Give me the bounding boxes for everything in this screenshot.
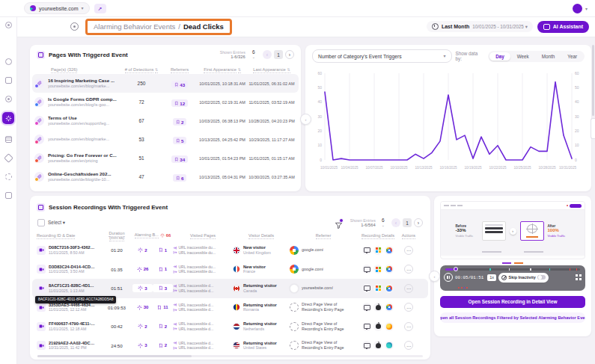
sessions-next-page-icon[interactable]: ›	[414, 218, 423, 227]
svg-text:10/16/2025: 10/16/2025	[440, 166, 457, 170]
session-table-row[interactable]: D08C7216-30F3-4362-B... 11/01/2025, 8:50…	[32, 241, 428, 260]
recording-id: 21929AE2-AA02-4DC9-9...	[49, 341, 95, 346]
dashboard-icon[interactable]	[5, 58, 12, 65]
visitor-country: Netherlands	[243, 327, 277, 332]
breadcrumb-parent[interactable]: Alarming Behavior Events	[94, 22, 175, 31]
open-session-recording-button[interactable]: Open Session Recording in Detail View	[440, 296, 585, 308]
page-url: yourwebsite.com/en/blog/marke...	[48, 84, 115, 89]
event-triggers-chart-panel: ‹ Number of Category's Event Triggers ▾ …	[305, 45, 591, 191]
sessions-page-size[interactable]: 6⌄	[382, 218, 385, 227]
referrers-badge[interactable]: 34	[171, 155, 188, 163]
row-actions-button[interactable]: ⋯	[404, 265, 413, 274]
collapse-sidebar-icon[interactable]	[5, 22, 12, 28]
row-actions-button[interactable]: ⋯	[404, 341, 413, 350]
pages-current-page[interactable]: 1	[274, 50, 283, 59]
pages-table-row[interactable]: Pricing: Go Free Forever or C... yourweb…	[32, 149, 299, 167]
pages-table-row[interactable]: Online-Geschäftsideen 202... yourwebsite…	[32, 167, 299, 186]
metric-selector-dropdown[interactable]: Number of Category's Event Triggers ▾	[312, 49, 452, 63]
experiments-icon[interactable]	[5, 192, 12, 199]
pages-table-row[interactable]: Terms of Use yourwebsite.com/en/support/…	[32, 111, 299, 130]
recording-date: 11/01/2025, 3:50 AM	[49, 269, 95, 274]
insights-icon[interactable]	[4, 153, 13, 163]
horizontal-scrollbar[interactable]	[37, 355, 423, 357]
desktop-icon	[364, 343, 370, 348]
pages-prev-page-icon[interactable]: ‹	[263, 50, 272, 59]
page-scrollbar[interactable]	[592, 45, 594, 116]
recording-preview-frame[interactable]: Before -33% Visible Traffic › After 100%…	[440, 201, 585, 259]
session-table-row[interactable]: 8ACF1C21-828C-4D11-8F... 11/01/2025, 1:1…	[32, 279, 428, 298]
row-actions-button[interactable]: ⋯	[404, 303, 413, 312]
settings-gear-icon[interactable]	[5, 173, 12, 180]
open-site-button[interactable]: ↗	[94, 4, 106, 13]
referrers-badge[interactable]: 12	[171, 99, 188, 107]
last-appearance: 10/29/2025, 11:17:27 AM	[247, 138, 296, 142]
alarming-count: 3	[132, 284, 153, 292]
playhead-knob[interactable]	[454, 267, 458, 271]
session-table-row[interactable]: D3D83C24-D414-4CD1-9... 11/01/2025, 3:50…	[32, 260, 428, 280]
referrers-badge[interactable]: 2	[173, 118, 187, 126]
alarming-count: 2	[132, 247, 153, 253]
open-all-recordings-link[interactable]: Open all Session Recordings Filtered by …	[440, 312, 585, 323]
skip-inactivity-toggle[interactable]	[537, 275, 546, 280]
row-actions-button[interactable]: ⋯	[404, 284, 413, 293]
focus-target-icon[interactable]	[70, 22, 79, 31]
pages-table-row[interactable]: 16 Inspiring Marketing Case ... yourwebs…	[32, 74, 299, 93]
avatar-chevron-icon[interactable]: ▾	[585, 6, 588, 11]
svg-text:10/01/2025: 10/01/2025	[320, 166, 338, 170]
visitors-icon[interactable]	[5, 77, 12, 84]
sidebar-item-alarming-events[interactable]	[2, 112, 14, 124]
pages-table-row[interactable]: Is Google Forms GDPR comp... yourwebsite…	[32, 93, 299, 111]
edge-browser-icon	[386, 342, 392, 348]
avatar[interactable]	[573, 4, 582, 13]
google-icon	[290, 265, 299, 274]
desktop-icon	[364, 324, 370, 329]
after-value: 100%	[548, 228, 570, 234]
referrers-badge[interactable]: 5	[173, 137, 187, 144]
interval-year[interactable]: Year	[561, 52, 583, 61]
pages-page-size[interactable]: 6⌄	[252, 50, 255, 59]
detections-count: 72	[121, 99, 162, 105]
player-timeline[interactable]	[445, 268, 580, 271]
select-dropdown[interactable]: Select ▾	[48, 220, 65, 226]
panel-collapse-handle-icon[interactable]: ‹	[429, 271, 440, 282]
pause-button[interactable]	[444, 273, 453, 282]
svg-text:40: 40	[317, 99, 322, 104]
visitor-type: Returning visitor	[243, 283, 277, 289]
pages-panel-icon	[37, 51, 45, 59]
page-url: yourwebsite.com/en/blog/is-goo...	[48, 102, 117, 108]
select-all-checkbox[interactable]	[37, 219, 45, 226]
site-selector[interactable]: yourwebsite.com ▾	[24, 2, 90, 14]
row-actions-button[interactable]: ⋯	[404, 246, 413, 255]
exit-page-icon	[173, 327, 177, 331]
referrers-badge[interactable]: 6	[173, 174, 187, 182]
date-range-picker[interactable]: Last Month 10/01/2025 - 10/31/2025 ▾	[427, 21, 533, 32]
sessions-current-page[interactable]: 1	[403, 218, 412, 227]
page-title: Online-Geschäftsideen 202...	[48, 171, 112, 177]
ai-assistant-label: AI Assistant	[553, 24, 583, 29]
sessions-prev-page-icon[interactable]: ‹	[391, 218, 400, 227]
visitor-details: Returning visitor Romania	[233, 303, 290, 312]
behavior-icon[interactable]	[5, 96, 12, 102]
recordings-icon[interactable]	[5, 136, 12, 143]
fullscreen-grid-icon[interactable]	[576, 274, 582, 280]
speed-button[interactable]: 1x	[487, 274, 496, 281]
skip-inactivity-label: Skip Inactivity	[509, 275, 536, 280]
filter-funnel-icon[interactable]	[335, 219, 343, 227]
interval-toggle-group: DayWeekMonthYear	[488, 51, 585, 62]
interval-week[interactable]: Week	[511, 52, 535, 61]
referrers-badge[interactable]: 43	[171, 81, 188, 88]
interval-day[interactable]: Day	[489, 52, 510, 61]
right-edge-tab[interactable]	[591, 118, 595, 139]
period-label: Last Month	[442, 24, 469, 29]
ai-assistant-button[interactable]: AI Assistant	[537, 21, 589, 33]
top-bar: yourwebsite.com ▾ ↗ ▾	[0, 0, 595, 17]
interval-month[interactable]: Month	[536, 52, 561, 61]
session-table-row[interactable]: FF400637-4790-4E11-89... 11/01/2025, 12:…	[32, 317, 428, 336]
pages-table-row[interactable]: yourwebsite.com/en/blog/marke... 53 5 10…	[32, 130, 299, 149]
row-actions-button[interactable]: ⋯	[404, 322, 413, 331]
visitor-type: Returning visitor	[243, 303, 277, 308]
panel-collapse-handle-icon[interactable]: ‹	[300, 114, 311, 125]
event-triggers-line-chart[interactable]: 0010102020303040405050606010/01/202510/0…	[311, 67, 585, 172]
pages-next-page-icon[interactable]: ›	[285, 50, 294, 59]
session-table-row[interactable]: 21929AE2-AA02-4DC9-9... 10/31/2025, 11:4…	[32, 336, 428, 356]
